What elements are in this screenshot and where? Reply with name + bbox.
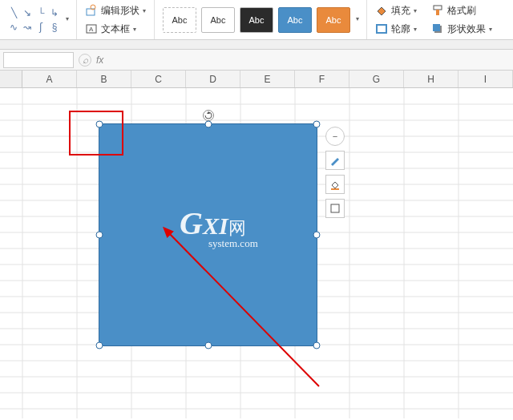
style-swatch-black[interactable]: Abc xyxy=(240,7,273,33)
style-gallery-group: Abc Abc Abc Abc Abc ▾ xyxy=(155,0,367,39)
insert-function-icon[interactable]: ⌕ xyxy=(79,54,91,67)
line-icon[interactable]: ╲ xyxy=(8,7,19,18)
elbow-arrow-icon[interactable]: ↳ xyxy=(49,7,60,18)
curve-arrow-icon[interactable]: ↝ xyxy=(22,22,33,33)
name-box[interactable] xyxy=(3,52,74,68)
fill-label: 填充 xyxy=(391,4,410,18)
outline-label: 轮廓 xyxy=(391,22,410,36)
shapes-dropdown-icon[interactable]: ▾ xyxy=(63,15,71,25)
style-swatch-white[interactable]: Abc xyxy=(201,7,235,33)
svg-rect-39 xyxy=(331,188,339,190)
edit-shape-button[interactable]: 编辑形状 ▾ xyxy=(82,2,149,19)
svg-rect-40 xyxy=(331,204,339,212)
col-header[interactable]: H xyxy=(404,71,458,87)
outline-button[interactable]: 轮廓 ▾ xyxy=(372,21,420,38)
format-painter-button[interactable]: 格式刷 xyxy=(428,2,479,19)
resize-handle-n[interactable] xyxy=(204,121,212,128)
svg-rect-6 xyxy=(377,25,386,33)
select-all-corner[interactable] xyxy=(0,71,22,87)
curve-icon[interactable]: ∿ xyxy=(8,22,19,33)
svg-rect-5 xyxy=(436,10,439,15)
fx-label: fx xyxy=(96,55,103,66)
col-header[interactable]: G xyxy=(349,71,404,87)
selected-shape-rectangle[interactable]: GXI网 system.com xyxy=(99,123,317,346)
format-painter-label: 格式刷 xyxy=(447,4,476,18)
float-outline-button[interactable] xyxy=(325,199,345,218)
col-header[interactable]: A xyxy=(22,71,77,87)
format-group: 填充 ▾ 格式刷 轮廓 ▾ xyxy=(367,0,500,39)
style-gallery-dropdown-icon[interactable]: ▾ xyxy=(353,15,362,25)
resize-handle-e[interactable] xyxy=(313,232,321,239)
float-fill-button[interactable] xyxy=(325,175,345,194)
format-painter-icon xyxy=(431,4,444,17)
float-minus-button[interactable]: － xyxy=(325,127,345,146)
arrow-icon[interactable]: ↘ xyxy=(22,7,33,18)
resize-handle-sw[interactable] xyxy=(96,342,103,349)
text-box-button[interactable]: A 文本框 ▾ xyxy=(82,21,149,38)
shape-effect-label: 形状效果 xyxy=(447,22,486,36)
style-swatch-orange[interactable]: Abc xyxy=(317,7,350,33)
annotation-red-box xyxy=(69,111,123,155)
svg-rect-8 xyxy=(433,24,440,31)
freeform-icon[interactable]: ʃ xyxy=(35,22,46,33)
resize-handle-s[interactable] xyxy=(204,342,212,349)
fill-button[interactable]: 填充 ▾ xyxy=(372,2,420,19)
resize-handle-se[interactable] xyxy=(313,342,321,349)
edit-group: 编辑形状 ▾ A 文本框 ▾ xyxy=(77,0,155,39)
floating-shape-tools: － xyxy=(325,127,345,218)
scribble-icon[interactable]: § xyxy=(49,22,60,33)
resize-handle-ne[interactable] xyxy=(313,121,321,128)
edit-shape-label: 编辑形状 xyxy=(101,4,139,18)
col-header[interactable]: B xyxy=(77,71,131,87)
col-header[interactable]: D xyxy=(186,71,240,87)
col-header[interactable]: I xyxy=(458,71,513,87)
shape-effect-button[interactable]: 形状效果 ▾ xyxy=(428,21,495,38)
ribbon-spacer xyxy=(0,40,513,50)
svg-rect-4 xyxy=(434,6,442,10)
outline-icon xyxy=(375,22,388,35)
svg-text:A: A xyxy=(89,26,94,33)
shapes-gallery-group: ╲ ↘ └ ↳ ∿ ↝ ʃ § ▾ xyxy=(0,0,77,39)
edit-shape-icon xyxy=(85,4,98,17)
float-pen-button[interactable] xyxy=(325,151,345,170)
spreadsheet: A B C D E F G H I xyxy=(0,71,513,418)
formula-bar: ⌕ fx xyxy=(0,50,513,71)
style-swatch-dashed[interactable]: Abc xyxy=(163,7,196,33)
column-headers: A B C D E F G H I xyxy=(0,71,513,88)
col-header[interactable]: C xyxy=(131,71,186,87)
col-header[interactable]: E xyxy=(240,71,295,87)
cell-grid[interactable]: GXI网 system.com － xyxy=(0,88,513,418)
ribbon-toolbar: ╲ ↘ └ ↳ ∿ ↝ ʃ § ▾ 编辑形状 ▾ xyxy=(0,0,513,40)
shape-effect-icon xyxy=(431,22,444,35)
resize-handle-w[interactable] xyxy=(96,232,103,239)
col-header[interactable]: F xyxy=(295,71,349,87)
style-swatch-blue[interactable]: Abc xyxy=(278,7,312,33)
text-box-label: 文本框 xyxy=(101,22,130,36)
fill-icon xyxy=(375,4,388,17)
shapes-gallery[interactable]: ╲ ↘ └ ↳ ∿ ↝ ʃ § xyxy=(5,4,63,36)
rotate-handle[interactable] xyxy=(203,110,214,121)
text-box-icon: A xyxy=(85,22,98,35)
watermark: GXI网 system.com xyxy=(180,204,258,250)
connector-icon[interactable]: └ xyxy=(35,7,46,18)
